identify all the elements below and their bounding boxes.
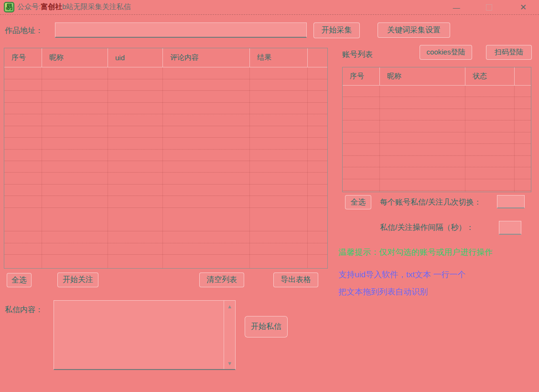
- accounts-table-header: 序号 昵称 状态: [343, 67, 531, 86]
- accounts-table-body[interactable]: [343, 86, 531, 192]
- grid-col: [42, 67, 108, 268]
- clear-list-button[interactable]: 清空列表: [199, 272, 244, 287]
- switch-count-label: 每个账号私信/关注几次切换：: [380, 197, 481, 207]
- window-title: 公众号:富创社b站无限采集关注私信: [17, 2, 131, 11]
- col-comment: 评论内容: [163, 48, 250, 67]
- message-box: ▲ ▼: [54, 300, 236, 370]
- grid-col: [515, 86, 531, 192]
- keyword-collect-settings-button[interactable]: 关键词采集设置: [377, 22, 450, 38]
- grid-col: [380, 86, 465, 192]
- start-collect-button[interactable]: 开始采集: [313, 22, 360, 38]
- col-status: 状态: [465, 67, 515, 85]
- address-label: 作品地址：: [5, 26, 43, 36]
- grid-col: [308, 67, 327, 268]
- grid-col: [163, 67, 250, 268]
- drag-file-tip-text: 把文本拖到列表自动识别: [338, 286, 428, 297]
- warm-tip-text: 温馨提示：仅对勾选的账号或用户进行操作: [338, 247, 493, 258]
- scroll-down-icon[interactable]: ▼: [224, 359, 235, 367]
- grid-col: [108, 67, 163, 268]
- uid-import-tip-text: 支持uid导入软件，txt文本 一行一个: [338, 269, 465, 280]
- col-nickname: 昵称: [380, 67, 465, 85]
- window-title-brand: 富创社: [41, 2, 62, 11]
- col-nickname: 昵称: [42, 48, 108, 67]
- app-window: 易 公众号:富创社b站无限采集关注私信 — ✕ 作品地址： 开始采集 关键词采集…: [0, 0, 539, 392]
- col-extra: [308, 48, 327, 67]
- grid-col: [465, 86, 515, 192]
- col-result: 结果: [250, 48, 308, 67]
- interval-input[interactable]: [499, 221, 521, 235]
- switch-count-input[interactable]: [497, 195, 525, 208]
- comments-table[interactable]: 序号 昵称 uid 评论内容 结果: [4, 48, 328, 269]
- message-content-input[interactable]: [54, 301, 224, 369]
- interval-label: 私信/关注操作间隔（秒）：: [380, 223, 474, 233]
- col-extra: [515, 67, 531, 85]
- grid-col: [4, 67, 42, 268]
- cookies-login-button[interactable]: cookies登陆: [420, 45, 472, 60]
- maximize-icon: [486, 4, 492, 11]
- title-bar: 易 公众号:富创社b站无限采集关注私信 — ✕: [0, 0, 539, 15]
- export-table-button[interactable]: 导出表格: [273, 272, 318, 287]
- accounts-table[interactable]: 序号 昵称 状态: [342, 67, 531, 192]
- start-dm-button[interactable]: 开始私信: [245, 316, 288, 338]
- scroll-up-icon[interactable]: ▲: [224, 303, 235, 310]
- comments-select-all-button[interactable]: 全选: [7, 273, 32, 287]
- grid-col: [343, 86, 380, 192]
- grid-col: [250, 67, 308, 268]
- qr-login-button[interactable]: 扫码登陆: [486, 45, 532, 60]
- accounts-select-all-button[interactable]: 全选: [345, 195, 371, 209]
- message-scrollbar[interactable]: ▲ ▼: [224, 301, 235, 369]
- app-logo-icon: 易: [4, 2, 14, 12]
- start-follow-button[interactable]: 开始关注: [57, 272, 98, 287]
- col-uid: uid: [108, 48, 163, 67]
- comments-table-body[interactable]: [4, 67, 327, 268]
- close-button[interactable]: ✕: [514, 0, 533, 14]
- window-title-rest: b站无限采集关注私信: [62, 2, 130, 11]
- address-input[interactable]: [55, 22, 307, 38]
- maximize-button[interactable]: [479, 0, 498, 14]
- minimize-button[interactable]: —: [447, 0, 466, 14]
- col-index: 序号: [343, 67, 380, 85]
- message-content-label: 私信内容：: [5, 305, 43, 315]
- account-list-title: 账号列表: [342, 50, 373, 60]
- window-title-prefix: 公众号:: [17, 2, 41, 11]
- comments-table-header: 序号 昵称 uid 评论内容 结果: [4, 48, 327, 67]
- col-index: 序号: [4, 48, 42, 67]
